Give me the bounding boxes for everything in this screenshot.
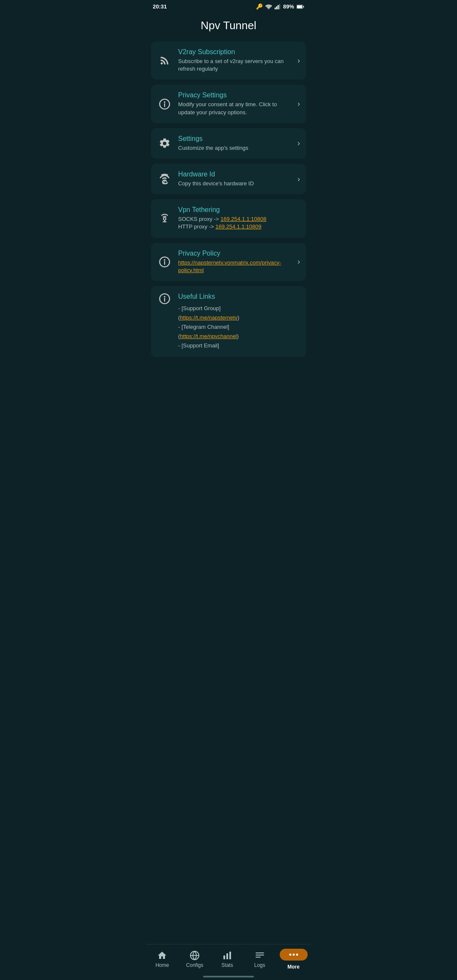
socks-link[interactable]: 169.254.1.1:10808 (220, 216, 266, 222)
privacy-settings-desc: Modify your consent at any time. Click t… (178, 101, 292, 116)
hardware-id-card[interactable]: Hardware Id Copy this device's hardware … (151, 164, 306, 194)
privacy-settings-card[interactable]: Privacy Settings Modify your consent at … (151, 85, 306, 123)
useful-links-text: Useful Links - [Support Group] (https://… (178, 293, 300, 350)
hardware-id-chevron-icon: › (297, 175, 300, 184)
settings-chevron-icon: › (297, 139, 300, 148)
battery-level: 89% (283, 3, 294, 10)
privacy-policy-chevron-icon: › (297, 257, 300, 266)
privacy-settings-title: Privacy Settings (178, 91, 292, 99)
content-area: V2ray Subscription Subscribe to a set of… (146, 41, 311, 400)
hardware-id-desc: Copy this device's hardware ID (178, 180, 292, 187)
vpn-tethering-text: Vpn Tethering SOCKS proxy -> 169.254.1.1… (178, 206, 300, 231)
settings-card[interactable]: Settings Customize the app's settings › (151, 128, 306, 159)
privacy-policy-link[interactable]: https://napsternetv.vonmatrix.com/privac… (178, 259, 281, 273)
wifi-icon (265, 4, 272, 9)
hardware-id-title: Hardware Id (178, 171, 292, 178)
status-time: 20:31 (153, 3, 167, 10)
privacy-policy-card[interactable]: Privacy Policy https://napsternetv.vonma… (151, 243, 306, 281)
http-link[interactable]: 169.254.1.1:10809 (215, 223, 261, 230)
vpn-icon: 🔑 (256, 3, 263, 10)
v2ray-subscription-card[interactable]: V2ray Subscription Subscribe to a set of… (151, 41, 306, 80)
svg-rect-3 (278, 5, 279, 9)
fingerprint-icon (157, 173, 172, 185)
status-bar: 20:31 🔑 89% (146, 0, 311, 11)
support-group-link[interactable]: https://t.me/napsternetv (180, 314, 237, 321)
privacy-settings-chevron-icon: › (297, 99, 300, 108)
signal-icon (275, 4, 281, 9)
settings-text: Settings Customize the app's settings (178, 135, 292, 152)
info-circle-icon (157, 98, 172, 110)
gear-icon (157, 138, 172, 149)
telegram-label: - [Telegram Channel] (178, 324, 229, 330)
privacy-policy-title: Privacy Policy (178, 250, 292, 257)
vpn-tethering-card[interactable]: Vpn Tethering SOCKS proxy -> 169.254.1.1… (151, 199, 306, 237)
telegram-channel-link[interactable]: https://t.me/npvchannel (180, 333, 237, 339)
support-group-label: - [Support Group] (178, 305, 220, 311)
hardware-id-text: Hardware Id Copy this device's hardware … (178, 171, 292, 187)
v2ray-subscription-desc: Subscribe to a set of v2ray servers you … (178, 58, 292, 73)
settings-desc: Customize the app's settings (178, 144, 292, 152)
svg-point-0 (268, 8, 269, 9)
http-label: HTTP proxy -> (178, 223, 215, 230)
status-right: 🔑 89% (256, 3, 304, 10)
useful-links-card: Useful Links - [Support Group] (https://… (151, 286, 306, 357)
useful-links-body: - [Support Group] (https://t.me/napstern… (178, 304, 300, 350)
v2ray-subscription-title: V2ray Subscription (178, 48, 292, 56)
app-title: Npv Tunnel (146, 11, 311, 41)
useful-links-title: Useful Links (178, 293, 300, 300)
vpn-tethering-desc: SOCKS proxy -> 169.254.1.1:10808 HTTP pr… (178, 215, 300, 231)
svg-rect-1 (275, 8, 276, 9)
v2ray-subscription-text: V2ray Subscription Subscribe to a set of… (178, 48, 292, 73)
svg-rect-2 (276, 6, 277, 9)
privacy-policy-icon (157, 256, 172, 268)
support-email-label: - [Support Email] (178, 342, 219, 349)
rss-icon (157, 55, 172, 66)
battery-icon (297, 5, 304, 9)
svg-rect-6 (297, 6, 302, 8)
vpn-tethering-title: Vpn Tethering (178, 206, 300, 214)
settings-title: Settings (178, 135, 292, 143)
svg-rect-7 (303, 6, 304, 7)
hotspot-icon (157, 212, 172, 224)
svg-rect-4 (279, 4, 280, 9)
v2ray-chevron-icon: › (297, 56, 300, 65)
socks-label: SOCKS proxy -> (178, 216, 220, 222)
privacy-policy-text: Privacy Policy https://napsternetv.vonma… (178, 250, 292, 274)
privacy-policy-link-text: https://napsternetv.vonmatrix.com/privac… (178, 259, 292, 274)
privacy-settings-text: Privacy Settings Modify your consent at … (178, 91, 292, 116)
useful-links-icon (157, 293, 172, 305)
